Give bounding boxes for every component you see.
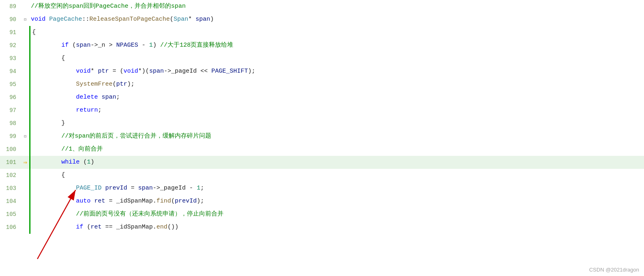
line-number-91: 91	[0, 26, 21, 39]
code-line-103: 103 PAGE_ID prevId = span->_pageId - 1;	[0, 182, 644, 195]
gutter-96	[21, 91, 29, 104]
code-line-93: 93 {	[0, 52, 644, 65]
line-content-89: //释放空闲的span回到PageCache，并合并相邻的span	[29, 0, 644, 13]
gutter-103	[21, 182, 29, 195]
code-line-96: 96 delete span;	[0, 91, 644, 104]
line-number-96: 96	[0, 91, 21, 104]
code-line-90: 90 ⊟ void PageCache::ReleaseSpanToPageCa…	[0, 13, 644, 26]
line-content-101: while (1)	[30, 156, 644, 169]
code-line-101: 101 ⇒ while (1)	[0, 156, 644, 169]
fold-icon-99[interactable]: ⊟	[22, 134, 28, 139]
line-number-104: 104	[0, 195, 21, 208]
line-content-96: delete span;	[30, 91, 644, 104]
code-line-106: 106 if (ret == _idSpanMap.end())	[0, 221, 644, 234]
gutter-100	[21, 143, 29, 156]
line-content-91: {	[30, 26, 644, 39]
gutter-91	[21, 26, 29, 39]
line-content-102: {	[30, 169, 644, 182]
fold-icon-90[interactable]: ⊟	[22, 17, 28, 22]
line-number-95: 95	[0, 78, 21, 91]
line-content-106: if (ret == _idSpanMap.end())	[30, 221, 644, 234]
line-content-105: //前面的页号没有（还未向系统申请），停止向前合并	[30, 208, 644, 221]
gutter-97	[21, 104, 29, 117]
gutter-92	[21, 39, 29, 52]
line-number-90: 90	[0, 13, 21, 26]
gutter-99: ⊟	[21, 130, 29, 143]
code-line-94: 94 void* ptr = (void*)(span->_pageId << …	[0, 65, 644, 78]
gutter-94	[21, 65, 29, 78]
gutter-104	[21, 195, 29, 208]
code-line-105: 105 //前面的页号没有（还未向系统申请），停止向前合并	[0, 208, 644, 221]
line-number-89: 89	[0, 0, 21, 13]
line-content-95: SystemFree(ptr);	[30, 78, 644, 91]
line-number-98: 98	[0, 117, 21, 130]
code-line-89: 89 //释放空闲的span回到PageCache，并合并相邻的span	[0, 0, 644, 13]
gutter-102	[21, 169, 29, 182]
gutter-89	[21, 0, 29, 13]
code-line-104: 104 auto ret = _idSpanMap.find(prevId);	[0, 195, 644, 208]
line-content-100: //1、向前合并	[30, 143, 644, 156]
code-line-98: 98 }	[0, 117, 644, 130]
debug-arrow-101: ⇒	[21, 156, 29, 169]
code-line-102: 102 {	[0, 169, 644, 182]
line-number-106: 106	[0, 221, 21, 234]
line-content-104: auto ret = _idSpanMap.find(prevId);	[30, 195, 644, 208]
line-content-99: //对span的前后页，尝试进行合并，缓解内存碎片问题	[30, 130, 644, 143]
line-content-97: return;	[30, 104, 644, 117]
gutter-93	[21, 52, 29, 65]
code-line-92: 92 if (span->_n > NPAGES - 1) //大于128页直接…	[0, 39, 644, 52]
line-number-97: 97	[0, 104, 21, 117]
gutter-90: ⊟	[21, 13, 29, 26]
line-number-100: 100	[0, 143, 21, 156]
line-number-94: 94	[0, 65, 21, 78]
line-content-93: {	[30, 52, 644, 65]
line-number-93: 93	[0, 52, 21, 65]
line-number-92: 92	[0, 39, 21, 52]
line-number-101: 101	[0, 156, 21, 169]
gutter-98	[21, 117, 29, 130]
line-number-105: 105	[0, 208, 21, 221]
gutter-95	[21, 78, 29, 91]
code-line-95: 95 SystemFree(ptr);	[0, 78, 644, 91]
line-content-90: void PageCache::ReleaseSpanToPageCache(S…	[29, 13, 644, 26]
line-content-103: PAGE_ID prevId = span->_pageId - 1;	[30, 182, 644, 195]
code-line-91: 91 {	[0, 26, 644, 39]
gutter-105	[21, 208, 29, 221]
watermark: CSDN @2021dragon	[589, 267, 639, 273]
code-line-99: 99 ⊟ //对span的前后页，尝试进行合并，缓解内存碎片问题	[0, 130, 644, 143]
code-line-97: 97 return;	[0, 104, 644, 117]
line-content-98: }	[30, 117, 644, 130]
gutter-106	[21, 221, 29, 234]
code-line-100: 100 //1、向前合并	[0, 143, 644, 156]
line-number-102: 102	[0, 169, 21, 182]
line-content-92: if (span->_n > NPAGES - 1) //大于128页直接释放给…	[30, 39, 644, 52]
line-number-103: 103	[0, 182, 21, 195]
code-editor: 89 //释放空闲的span回到PageCache，并合并相邻的span 90 …	[0, 0, 644, 276]
line-content-94: void* ptr = (void*)(span->_pageId << PAG…	[30, 65, 644, 78]
line-number-99: 99	[0, 130, 21, 143]
